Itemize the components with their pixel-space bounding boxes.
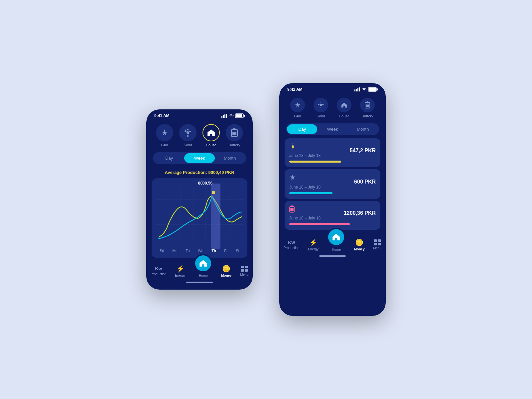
icon-solar-2[interactable]: Solar [314, 98, 328, 118]
nav-menu-1[interactable]: Menu [240, 266, 248, 276]
svg-rect-41 [322, 104, 324, 105]
svg-rect-30 [245, 269, 248, 272]
day-fr: Fr [224, 249, 227, 253]
phone-money: 9:41 AM [279, 83, 386, 316]
chart-days: Sd Md Tu Wd Th Fr St [156, 248, 243, 253]
icon-row-1: Grid Solar House [146, 120, 253, 149]
svg-marker-52 [290, 175, 295, 180]
svg-rect-42 [321, 102, 321, 103]
svg-rect-59 [378, 243, 381, 245]
solar-card-left: June 18 – July 18 [289, 143, 321, 158]
time-2: 9:41 AM [287, 87, 303, 92]
svg-rect-15 [233, 128, 235, 130]
icon-solar[interactable]: Solar [179, 124, 197, 147]
svg-rect-34 [359, 87, 360, 91]
energy-label: Energy [175, 274, 186, 277]
chart-area: 8000.56 Sd Md [152, 178, 247, 258]
grid-date: June 18 – July 18 [289, 185, 321, 190]
grid-money-icon [289, 174, 296, 182]
house-circle [202, 124, 220, 141]
svg-point-47 [292, 145, 294, 148]
nav-home-1[interactable]: Home [194, 261, 212, 278]
grid-label: Grid [161, 143, 168, 147]
nav-money-1[interactable]: 🪙 Money [221, 265, 232, 277]
period-day-2[interactable]: Day [287, 124, 317, 134]
icon-battery-2[interactable]: Battery [360, 98, 375, 118]
solar-bar [289, 161, 341, 163]
icon-house[interactable]: House [202, 124, 220, 147]
day-st: St [236, 249, 239, 253]
house-icon-2 [341, 102, 347, 108]
day-wd: Wd [198, 249, 203, 253]
solar-value: 547,2 PKR [350, 148, 376, 154]
svg-rect-57 [378, 239, 381, 242]
battery-money-icon [289, 205, 295, 213]
nav-home-2[interactable]: Home [327, 234, 345, 251]
period-week-2[interactable]: Week [317, 124, 347, 134]
status-bar-1: 9:41 AM [146, 109, 253, 120]
money-card-battery: June 18 – July 18 1200,36 PKR [285, 201, 380, 230]
home-label-nav: Home [199, 274, 208, 278]
icon-grid[interactable]: Grid [156, 124, 173, 147]
grid-label-2: Grid [294, 114, 301, 118]
home-label-nav-2: Home [332, 248, 341, 251]
home-circle-1[interactable] [194, 254, 212, 273]
home-icon-nav [199, 259, 207, 268]
money-icon-2: 🪙 [355, 238, 363, 246]
nav-production-1[interactable]: Kw Production [151, 266, 167, 276]
solar-icon [184, 129, 192, 137]
home-icon-nav-2 [332, 233, 340, 241]
svg-rect-28 [245, 266, 248, 268]
day-md: Md [172, 249, 177, 253]
bottom-nav-1: Kw Production ⚡ Energy Home 🪙 Money [146, 261, 253, 279]
nav-money-2[interactable]: 🪙 Money [354, 238, 365, 251]
home-indicator-1 [186, 282, 213, 283]
chart-svg [156, 184, 243, 247]
icon-house-2[interactable]: House [337, 98, 351, 118]
battery-circle-2 [360, 98, 375, 112]
svg-marker-38 [295, 102, 300, 108]
status-icons-2 [354, 87, 378, 92]
home-indicator-2 [319, 255, 346, 257]
battery-bar [289, 223, 350, 225]
svg-rect-43 [321, 107, 321, 108]
battery-card-row: June 18 – July 18 1200,36 PKR [289, 205, 376, 220]
production-icon-2: Kw [288, 240, 295, 245]
solar-date: June 18 – July 18 [289, 153, 321, 158]
nav-production-2[interactable]: Kw Production [284, 240, 300, 250]
battery-icon-2 [368, 87, 378, 92]
svg-rect-29 [241, 269, 244, 272]
svg-rect-13 [185, 129, 187, 131]
energy-label-2: Energy [308, 247, 319, 251]
period-month-1[interactable]: Month [215, 153, 245, 163]
money-label: Money [221, 274, 232, 277]
day-th: Th [211, 249, 216, 253]
period-week-1[interactable]: Week [184, 153, 214, 163]
nav-energy-1[interactable]: ⚡ Energy [175, 265, 186, 277]
icon-row-2: Grid Solar House [279, 94, 386, 120]
period-selector-2: Day Week Month [286, 123, 379, 135]
icon-grid-2[interactable]: Grid [290, 98, 305, 118]
nav-energy-2[interactable]: ⚡ Energy [308, 238, 319, 251]
nav-menu-2[interactable]: Menu [373, 239, 381, 250]
signal-icon-2 [354, 87, 360, 91]
production-label-2: Production [284, 246, 300, 250]
period-day-1[interactable]: Day [154, 153, 184, 163]
home-circle-2[interactable] [327, 228, 345, 246]
icon-battery[interactable]: Battery [226, 124, 243, 147]
house-icon [207, 128, 215, 137]
svg-rect-50 [293, 143, 293, 145]
svg-point-8 [187, 131, 189, 134]
wifi-icon [228, 114, 234, 118]
svg-rect-16 [232, 132, 236, 135]
energy-icon-2: ⚡ [309, 238, 318, 246]
day-tu: Tu [186, 249, 190, 253]
svg-rect-51 [293, 149, 293, 150]
svg-rect-54 [291, 205, 293, 207]
svg-rect-10 [189, 131, 191, 132]
grid-icon-2 [294, 102, 301, 108]
solar-circle-2 [314, 98, 328, 112]
period-month-2[interactable]: Month [348, 124, 378, 134]
svg-rect-9 [185, 131, 187, 132]
solar-circle [179, 124, 197, 141]
